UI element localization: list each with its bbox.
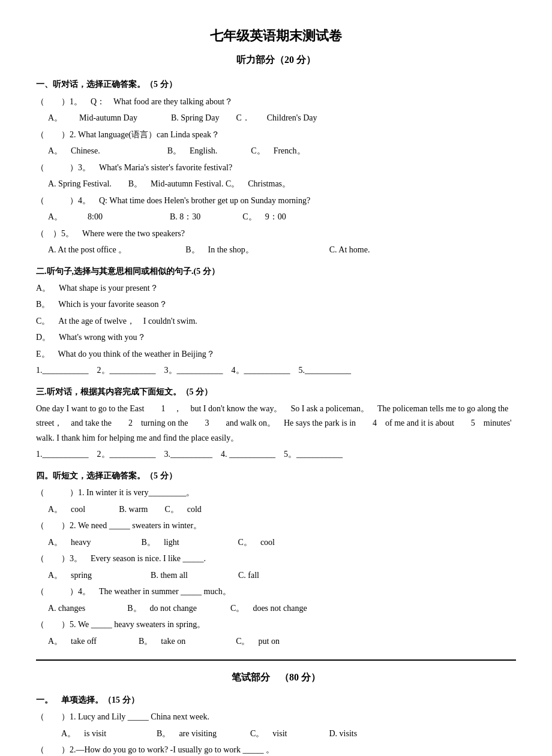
listening-s3-header: 三.听对话，根据其内容完成下面短文。（5 分） — [36, 384, 516, 399]
l-s4-q5-opts: A。 take off B。 take on C。 put on — [36, 634, 516, 649]
l-s4-q1-opts: A。 cool B. warm C。 cold — [36, 502, 516, 517]
listening-s1-header: 一、听对话，选择正确答案。（5 分） — [36, 77, 516, 92]
l-s2-a: A。 What shape is your present？ — [36, 281, 516, 296]
l-s2-e: E。 What do you think of the weather in B… — [36, 347, 516, 362]
l-s1-q3: （ ）3。 What's Maria's sister's favorite f… — [36, 161, 516, 176]
l-s1-q5: （ ）5。 Where were the two speakers? — [36, 227, 516, 242]
w-s1-q1: （ ）1. Lucy and Lily _____ China next wee… — [36, 710, 516, 725]
listening-s2-header: 二.听句子,选择与其意思相同或相似的句子.(5 分） — [36, 264, 516, 279]
l-s1-q2: （ ）2. What language(语言）can Linda speak？ — [36, 128, 516, 143]
l-s2-blanks: 1.___________ 2。___________ 3。__________… — [36, 363, 516, 378]
l-s4-q3-opts: A。 spring B. them all C. fall — [36, 568, 516, 583]
l-s1-q3-opts: A. Spring Festival. B。 Mid-autumn Festiv… — [36, 177, 516, 192]
listening-title: 听力部分（20 分） — [36, 52, 516, 69]
written-s1-header: 一。 单项选择。（15 分） — [36, 692, 516, 707]
l-s1-q5-opts: A. At the post office 。 B。 In the shop。 … — [36, 243, 516, 258]
l-s3-text: One day I want to go to the East 1 ， but… — [36, 402, 516, 446]
l-s4-q1: （ ）1. In winter it is very_________。 — [36, 486, 516, 501]
l-s2-b: B。 Which is your favorite season？ — [36, 297, 516, 312]
l-s4-q4: （ ）4。 The weather in summer _____ much。 — [36, 585, 516, 600]
page-container: 七年级英语期末测试卷 听力部分（20 分） 一、听对话，选择正确答案。（5 分）… — [36, 24, 516, 756]
l-s2-c: C。 At the age of twelve， I couldn't swim… — [36, 314, 516, 329]
l-s3-blanks: 1.___________ 2。___________ 3.__________… — [36, 447, 516, 462]
w-s1-q1-opts: A。 is visit B。 are visiting C。 visit D. … — [36, 727, 516, 742]
written-title: 笔试部分 （80 分） — [36, 659, 516, 686]
l-s4-q2: （ ）2. We need _____ sweaters in winter。 — [36, 519, 516, 534]
w-s1-q2: （ ）2.—How do you go to work? -I usually … — [36, 743, 516, 756]
l-s1-q1-opts: A。 Mid-autumn Day B. Spring Day C． Child… — [36, 111, 516, 126]
main-title: 七年级英语期末测试卷 — [36, 24, 516, 48]
l-s1-q2-opts: A。 Chinese. B。 English. C。 French。 — [36, 144, 516, 159]
l-s1-q1: （ ）1。 Q： What food are they talking abou… — [36, 95, 516, 110]
l-s4-q2-opts: A。 heavy B。 light C。 cool — [36, 535, 516, 550]
l-s4-q3: （ ）3。 Every season is nice. I like _____… — [36, 552, 516, 567]
l-s2-d: D。 What's wrong with you？ — [36, 330, 516, 345]
l-s1-q4-opts: A。 8:00 B. 8：30 C。 9：00 — [36, 210, 516, 225]
l-s1-q4: （ ）4。 Q: What time does Helen's brother … — [36, 194, 516, 209]
listening-s4-header: 四。听短文，选择正确答案。（5 分） — [36, 468, 516, 483]
l-s4-q5: （ ）5. We _____ heavy sweaters in spring。 — [36, 618, 516, 632]
l-s4-q4-opts: A. changes B。 do not change C。 does not … — [36, 601, 516, 616]
